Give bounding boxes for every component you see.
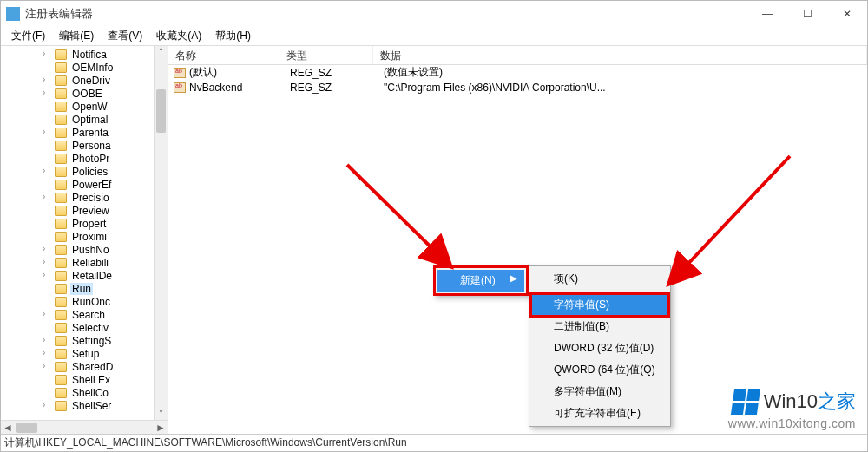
expand-toggle-icon[interactable]: › (43, 49, 51, 58)
tree-item[interactable]: ›Setup (1, 347, 168, 360)
tree-item-label: Precisio (70, 192, 111, 204)
tree-item-label: Setup (70, 348, 101, 360)
tree-item-label: Shell Ex (70, 374, 112, 386)
value-data: "C:\Program Files (x86)\NVIDIA Corporati… (377, 82, 867, 94)
expand-toggle-icon[interactable]: › (43, 245, 51, 253)
tree-item-label: OEMInfo (70, 62, 115, 74)
tree-item-label: Optimal (70, 114, 109, 126)
menu-item-6[interactable]: 可扩充字符串值(E) (531, 403, 668, 424)
folder-icon (55, 128, 67, 138)
value-name: (默认) (189, 65, 283, 80)
tree-list[interactable]: ›NotificaOEMInfo›OneDriv›OOBEOpenWOptima… (1, 46, 168, 420)
tree-item[interactable]: ›PushNo (1, 243, 168, 256)
folder-icon (55, 258, 67, 268)
tree-item[interactable]: PowerEf (1, 178, 168, 191)
menu-item-1[interactable]: 字符串值(S) (531, 294, 668, 316)
tree-item[interactable]: PhotoPr (1, 152, 168, 165)
minimize-button[interactable]: — (747, 1, 787, 27)
expand-toggle-icon[interactable]: › (43, 167, 51, 175)
tree-item-label: Propert (70, 218, 108, 230)
windows-logo-icon (731, 389, 760, 415)
folder-icon (55, 297, 67, 307)
tree-item[interactable]: ›RetailDe (1, 269, 168, 282)
tree-item[interactable]: OpenW (1, 100, 168, 113)
maximize-button[interactable]: ☐ (787, 1, 827, 27)
tree-item-label: Policies (70, 166, 109, 178)
tree-item-label: PushNo (70, 244, 111, 256)
tree-item[interactable]: ›Policies (1, 165, 168, 178)
string-value-icon (174, 82, 186, 93)
tree-horizontal-scrollbar[interactable]: ◄ ► (1, 420, 168, 434)
expand-toggle-icon[interactable]: › (43, 193, 51, 201)
folder-icon (55, 284, 67, 294)
tree-item-label: Reliabili (70, 257, 110, 269)
menu-item-new[interactable]: 新建(N) ▶ (437, 270, 524, 292)
title-bar: 注册表编辑器 — ☐ ✕ (1, 1, 867, 27)
menu-item-3[interactable]: DWORD (32 位)值(D) (531, 337, 668, 359)
list-row[interactable]: (默认)REG_SZ(数值未设置) (168, 65, 867, 80)
close-button[interactable]: ✕ (827, 1, 867, 27)
expand-toggle-icon[interactable]: › (43, 75, 51, 84)
tree-item[interactable]: Proximi (1, 230, 168, 243)
tree-item-label: ShellCo (70, 387, 110, 399)
menu-help[interactable]: 帮助(H) (208, 27, 258, 45)
window-controls: — ☐ ✕ (747, 1, 867, 27)
tree-item[interactable]: Preview (1, 204, 168, 217)
tree-item[interactable]: ›SettingS (1, 334, 168, 347)
tree-item[interactable]: Propert (1, 217, 168, 230)
tree-item[interactable]: Shell Ex (1, 373, 168, 386)
scrollbar-thumb[interactable] (156, 89, 166, 133)
context-menu-new: 新建(N) ▶ (433, 265, 529, 296)
list-row[interactable]: NvBackendREG_SZ"C:\Program Files (x86)\N… (168, 80, 867, 95)
tree-item-label: SettingS (70, 335, 113, 347)
tree-item[interactable]: Optimal (1, 113, 168, 126)
tree-item[interactable]: ›OneDriv (1, 74, 168, 87)
tree-item[interactable]: OEMInfo (1, 61, 168, 74)
tree-item-label: OneDriv (70, 75, 112, 87)
watermark-url: www.win10xitong.com (728, 416, 856, 431)
expand-toggle-icon[interactable]: › (43, 271, 51, 279)
tree-item[interactable]: ›Parenta (1, 126, 168, 139)
expand-toggle-icon[interactable]: › (43, 401, 51, 409)
tree-item[interactable]: ShellCo (1, 386, 168, 399)
tree-item[interactable]: ›Reliabili (1, 256, 168, 269)
tree-item[interactable]: ›OOBE (1, 87, 168, 100)
folder-icon (55, 102, 67, 112)
column-name[interactable]: 名称 (168, 46, 279, 64)
expand-toggle-icon[interactable]: › (43, 128, 51, 136)
tree-item[interactable]: Persona (1, 139, 168, 152)
menu-item-4[interactable]: QWORD (64 位)值(Q) (531, 359, 668, 381)
submenu-arrow-icon: ▶ (510, 273, 517, 283)
tree-vertical-scrollbar[interactable]: ˄ ˅ (154, 46, 168, 420)
folder-icon (55, 115, 67, 125)
expand-toggle-icon[interactable]: › (43, 362, 51, 370)
scrollbar-thumb[interactable] (16, 423, 37, 433)
menu-bar: 文件(F) 编辑(E) 查看(V) 收藏夹(A) 帮助(H) (1, 27, 867, 46)
menu-view[interactable]: 查看(V) (101, 27, 149, 45)
expand-toggle-icon[interactable]: › (43, 88, 51, 97)
column-data[interactable]: 数据 (373, 46, 867, 64)
expand-toggle-icon[interactable]: › (43, 349, 51, 357)
column-type[interactable]: 类型 (279, 46, 373, 64)
menu-item-0[interactable]: 项(K) (531, 268, 668, 290)
expand-toggle-icon[interactable]: › (43, 336, 51, 344)
tree-item[interactable]: Selectiv (1, 321, 168, 334)
menu-item-5[interactable]: 多字符串值(M) (531, 381, 668, 403)
tree-item[interactable]: ›Precisio (1, 191, 168, 204)
menu-item-2[interactable]: 二进制值(B) (531, 316, 668, 337)
menu-edit[interactable]: 编辑(E) (52, 27, 101, 45)
status-path: 计算机\HKEY_LOCAL_MACHINE\SOFTWARE\Microsof… (4, 436, 407, 450)
tree-item[interactable]: Run (1, 282, 168, 295)
status-bar: 计算机\HKEY_LOCAL_MACHINE\SOFTWARE\Microsof… (1, 434, 867, 451)
tree-item[interactable]: ›Notifica (1, 48, 168, 61)
expand-toggle-icon[interactable]: › (43, 310, 51, 318)
tree-item[interactable]: ›ShellSer (1, 399, 168, 412)
tree-item[interactable]: RunOnc (1, 295, 168, 308)
menu-favorites[interactable]: 收藏夹(A) (149, 27, 208, 45)
tree-item[interactable]: ›SharedD (1, 360, 168, 373)
tree-pane: ›NotificaOEMInfo›OneDriv›OOBEOpenWOptima… (1, 46, 168, 434)
tree-item[interactable]: ›Search (1, 308, 168, 321)
menu-file[interactable]: 文件(F) (4, 27, 52, 45)
expand-toggle-icon[interactable]: › (43, 258, 51, 266)
folder-icon (55, 336, 67, 346)
